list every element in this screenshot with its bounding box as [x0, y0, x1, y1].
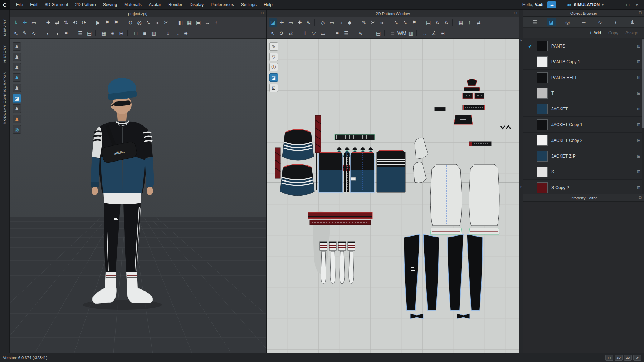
tab-trim-icon[interactable]: ─ [579, 18, 589, 26]
property-editor-header[interactable]: Property Editor ▢ [523, 194, 644, 202]
cloud-sync-icon[interactable]: ☁ [547, 1, 556, 8]
scene-3d[interactable]: adidas [10, 39, 266, 353]
object-options-icon[interactable]: ⊞ [637, 91, 640, 96]
select-move-tool-icon[interactable]: ✛ [21, 18, 29, 27]
segment-sewing-2d-tool-icon[interactable]: ∿ [392, 18, 400, 27]
rotate-ccw-tool-icon[interactable]: ⟲ [71, 18, 79, 27]
fabric-swatch[interactable] [537, 41, 548, 51]
object-list-scrollbar[interactable] [642, 38, 644, 194]
circle-tool-icon[interactable]: ○ [337, 18, 345, 27]
button-tool-icon[interactable]: ◐ [44, 29, 52, 38]
pane-expand-icon-2d[interactable]: ▢ [514, 11, 517, 15]
menu-preferences[interactable]: Preferences [207, 0, 238, 10]
menu-edit[interactable]: Edit [26, 0, 41, 10]
box-select-tool-icon[interactable]: ▭ [30, 18, 38, 27]
align-right-tool-icon[interactable]: → [173, 29, 181, 38]
add-point-tool-icon[interactable]: ✚ [296, 18, 304, 27]
dart-tool-icon[interactable]: ◆ [346, 18, 354, 27]
fabric-swatch[interactable] [537, 72, 548, 83]
solidify-tool-icon[interactable]: ▣ [194, 18, 203, 27]
flag-tool-icon[interactable]: ⚑ [103, 18, 111, 27]
property-editor-expand-icon[interactable]: ▢ [639, 195, 642, 199]
notch-tool-icon[interactable]: ▽ [310, 29, 318, 38]
tab-avatar-icon[interactable]: ♟ [628, 18, 637, 26]
fusible-tape-tool-icon[interactable]: ▥ [406, 29, 415, 38]
fabric-swatch[interactable] [537, 119, 548, 130]
shirring-2d-tool-icon[interactable]: ≈ [365, 29, 374, 38]
tab-fabric-icon[interactable]: ◎ [563, 18, 572, 26]
edit-pattern-tool-icon[interactable]: ✛ [278, 18, 286, 27]
segment-sewing-tool-icon[interactable]: ∿ [144, 18, 152, 27]
show-avatar-toggle-icon[interactable]: ♟ [13, 42, 21, 51]
environment-globe-toggle-icon[interactable]: ◎ [13, 125, 21, 134]
pleat-sewing-tool-icon[interactable]: ☰ [342, 29, 350, 38]
viewport-3d-titlebar[interactable]: project.zprj ▢ [10, 10, 266, 17]
free-sewing-tool-icon[interactable]: ≈ [153, 18, 161, 27]
center-align-tool-icon[interactable]: ⊕ [182, 29, 190, 38]
pattern-edit-shortcut-icon[interactable]: ✎ [269, 42, 278, 51]
fabric-swatch[interactable] [537, 135, 548, 146]
rectangle-tool-icon[interactable]: ▭ [328, 18, 336, 27]
garment-display-toggle-icon[interactable]: ◪ [13, 94, 21, 103]
object-browser-header[interactable]: Object Browser ▢ [523, 10, 644, 17]
object-options-icon[interactable]: ⊞ [637, 169, 640, 174]
pane-expand-icon[interactable]: ▢ [260, 11, 264, 15]
tab-topstitch-icon[interactable]: ∿ [595, 18, 605, 26]
show-pattern-outline-toggle-icon[interactable]: □ [132, 29, 140, 38]
avatar-arrangement-toggle-icon[interactable]: ♟ [13, 73, 21, 82]
pattern-placket-strip[interactable] [316, 153, 317, 190]
trace-tool-icon[interactable]: ✎ [360, 18, 368, 27]
zipper-tool-icon[interactable]: ≡ [62, 29, 70, 38]
avatar-accessories-toggle-icon[interactable]: ♟ [13, 63, 21, 71]
object-row-jacket-zip[interactable]: JACKET ZIP⊞ [523, 148, 644, 164]
seam-allowance-tool-icon[interactable]: ▭ [319, 29, 327, 38]
maximize-button[interactable]: ▢ [623, 1, 633, 8]
annotation-tool-icon[interactable]: A [433, 18, 441, 27]
print-layout-tool-icon[interactable]: ⊟ [117, 29, 126, 38]
menu-2d-pattern[interactable]: 2D Pattern [72, 0, 99, 10]
copy-button[interactable]: Copy [608, 30, 618, 35]
grid-arrangement-tool-icon[interactable]: ▦ [185, 18, 194, 27]
flip-vertical-tool-icon[interactable]: ⇅ [62, 18, 70, 27]
object-options-icon[interactable]: ⊞ [637, 44, 640, 49]
fabric-swatch[interactable] [537, 151, 548, 162]
measure-height-tool-icon[interactable]: ↕ [212, 18, 220, 27]
rail-history[interactable]: HISTORY [3, 45, 6, 63]
menu-materials[interactable]: Materials [121, 0, 145, 10]
sync-button[interactable]: ⟳ [633, 355, 641, 361]
pleat-fold-tool-icon[interactable]: ≡ [333, 29, 341, 38]
simulate-button-icon[interactable]: ▶ [94, 18, 102, 27]
pattern-2d-titlebar[interactable]: 2D Pattern Window ▢ [267, 10, 519, 17]
avatar-texture-toggle-icon[interactable]: ♟ [13, 53, 21, 61]
pattern-sleeve-1[interactable] [282, 129, 314, 160]
transform-pattern-tool-icon[interactable]: ◪ [269, 18, 277, 27]
pattern-red-strip-1[interactable] [315, 115, 321, 153]
object-row-jacket-copy-2[interactable]: JACKET Copy 2⊞ [523, 133, 644, 148]
menu-display[interactable]: Display [186, 0, 207, 10]
object-row-jacket[interactable]: JACKET⊞ [523, 101, 644, 117]
object-row-pants-copy-1[interactable]: PANTS Copy 1⊞ [523, 54, 644, 70]
edit-curve-3d-tool-icon[interactable]: ∿ [30, 29, 38, 38]
measure-width-tool-icon[interactable]: ↔ [203, 18, 211, 27]
user-name[interactable]: Vadi [535, 2, 544, 7]
symmetry-tool-icon[interactable]: ⇄ [474, 18, 483, 27]
viewport-3d-canvas[interactable]: ♟♟♟♟♟◪♟♟◎ [10, 39, 266, 353]
pattern-rotate-tool-icon[interactable]: ⟳ [278, 29, 286, 38]
pattern-collar-band[interactable] [335, 134, 375, 140]
object-options-icon[interactable]: ⊞ [637, 185, 640, 190]
rail-modular-configurator[interactable]: MODULAR CONFIGURATOR [3, 72, 6, 124]
snap-grid-toggle-icon[interactable]: ⊞ [439, 29, 447, 38]
show-garment-2d-toggle-icon[interactable]: ▽ [269, 53, 278, 61]
pattern-flip-tool-icon[interactable]: ⇄ [287, 29, 295, 38]
shirring-tool-icon[interactable]: ▤ [85, 29, 93, 38]
object-row-t[interactable]: T⊞ [523, 85, 644, 101]
angle-measure-tool-icon[interactable]: ∠ [430, 29, 438, 38]
close-button[interactable]: ✕ [633, 1, 642, 8]
pattern-move-tool-icon[interactable]: ↖ [269, 29, 277, 38]
fabric-swatch[interactable] [537, 88, 548, 99]
object-options-icon[interactable]: ⊞ [637, 154, 640, 159]
object-row-s[interactable]: S⊞ [523, 164, 644, 180]
fabric-swatch[interactable] [537, 182, 548, 193]
pattern-jacket-front-left[interactable] [319, 152, 343, 192]
object-options-icon[interactable]: ⊞ [637, 59, 640, 64]
